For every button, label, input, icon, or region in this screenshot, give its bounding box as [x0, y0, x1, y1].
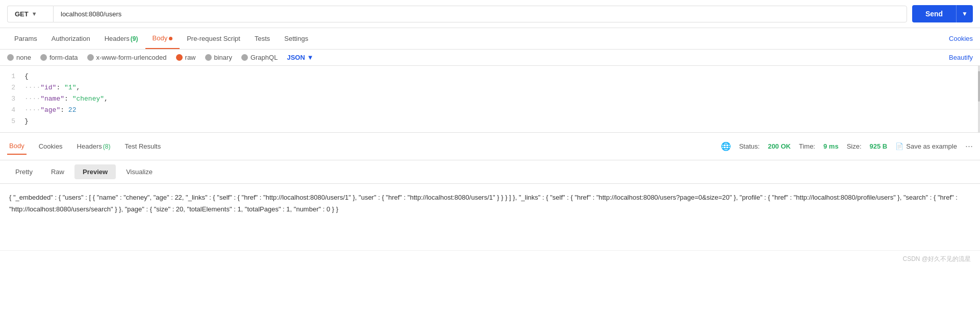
code-content-1: { — [24, 71, 980, 82]
body-type-raw[interactable]: raw — [176, 54, 196, 61]
code-line-3: 3 ····"name": "cheney", — [0, 93, 980, 105]
tab-settings[interactable]: Settings — [277, 29, 315, 49]
headers-badge: (9) — [131, 35, 138, 42]
tab-authorization[interactable]: Authorization — [44, 29, 97, 49]
more-options-button[interactable]: ··· — [965, 141, 973, 152]
view-tab-preview[interactable]: Preview — [74, 164, 116, 179]
footer: CSDN @好久不见的流星 — [0, 250, 980, 268]
method-label: GET — [15, 10, 29, 18]
body-type-none[interactable]: none — [7, 54, 31, 61]
save-icon: 📄 — [895, 142, 903, 150]
code-line-4: 4 ····"age": 22 — [0, 105, 980, 116]
body-type-bar: none form-data x-www-form-urlencoded raw… — [0, 50, 980, 66]
tab-body[interactable]: Body — [145, 28, 180, 49]
response-body: { "_embedded" : { "users" : [ { "name" :… — [0, 184, 980, 250]
body-type-urlencoded[interactable]: x-www-form-urlencoded — [87, 54, 167, 61]
code-line-2: 2 ····"id": "1", — [0, 82, 980, 93]
resp-headers-badge: (8) — [103, 143, 111, 150]
send-dropdown-button[interactable]: ▼ — [956, 5, 973, 22]
tab-headers[interactable]: Headers(9) — [97, 29, 145, 49]
size-label: Size: — [847, 142, 862, 150]
body-dot — [169, 37, 172, 40]
method-selector[interactable]: GET ▼ — [7, 6, 53, 22]
cookies-link[interactable]: Cookies — [949, 35, 973, 42]
tab-pre-request-script[interactable]: Pre-request Script — [180, 29, 247, 49]
body-type-graphql[interactable]: GraphQL — [241, 54, 278, 61]
save-as-example-button[interactable]: 📄 Save as example — [895, 142, 957, 150]
tab-params[interactable]: Params — [7, 29, 44, 49]
size-value: 925 B — [870, 142, 888, 150]
view-tab-pretty[interactable]: Pretty — [7, 164, 41, 179]
body-type-form-data[interactable]: form-data — [40, 54, 78, 61]
status-value: 200 OK — [768, 142, 791, 150]
resp-tab-headers[interactable]: Headers(8) — [75, 138, 113, 154]
code-content-2: ····"id": "1", — [24, 82, 980, 93]
time-label: Time: — [799, 142, 815, 150]
code-line-1: 1 { — [0, 71, 980, 82]
editor-scrollbar-thumb — [978, 71, 980, 102]
radio-urlencoded — [87, 54, 94, 61]
beautify-button[interactable]: Beautify — [949, 54, 973, 61]
radio-raw — [176, 54, 183, 61]
json-selector[interactable]: JSON ▼ — [287, 54, 313, 61]
send-button[interactable]: Send — [912, 5, 956, 22]
response-body-text: { "_embedded" : { "users" : [ { "name" :… — [9, 194, 958, 212]
url-bar: GET ▼ Send ▼ — [0, 0, 980, 28]
response-status-row: 🌐 Status: 200 OK Time: 9 ms Size: 925 B … — [721, 141, 973, 152]
tab-tests[interactable]: Tests — [247, 29, 277, 49]
code-line-5: 5 } — [0, 116, 980, 127]
line-number-3: 3 — [0, 93, 24, 105]
globe-icon: 🌐 — [721, 141, 731, 151]
send-btn-group: Send ▼ — [912, 5, 973, 22]
url-input[interactable] — [53, 6, 907, 22]
status-label: Status: — [739, 142, 760, 150]
body-type-binary[interactable]: binary — [205, 54, 232, 61]
line-number-1: 1 — [0, 71, 24, 82]
response-header: Body Cookies Headers(8) Test Results 🌐 S… — [0, 133, 980, 160]
resp-tab-test-results[interactable]: Test Results — [122, 138, 163, 154]
method-chevron-icon: ▼ — [32, 11, 37, 17]
resp-tab-body[interactable]: Body — [7, 138, 27, 155]
json-chevron-icon: ▼ — [307, 54, 314, 61]
resp-tab-cookies[interactable]: Cookies — [37, 138, 65, 154]
line-number-2: 2 — [0, 82, 24, 93]
radio-graphql — [241, 54, 248, 61]
radio-form-data — [40, 54, 47, 61]
line-number-4: 4 — [0, 105, 24, 116]
code-content-3: ····"name": "cheney", — [24, 93, 980, 105]
view-tab-visualize[interactable]: Visualize — [118, 164, 161, 179]
time-value: 9 ms — [823, 142, 839, 150]
request-tabs: Params Authorization Headers(9) Body Pre… — [0, 28, 980, 50]
response-view-tabs: Pretty Raw Preview Visualize — [0, 160, 980, 184]
line-number-5: 5 — [0, 116, 24, 127]
code-content-4: ····"age": 22 — [24, 105, 980, 116]
watermark: CSDN @好久不见的流星 — [902, 255, 971, 262]
radio-binary — [205, 54, 212, 61]
code-editor[interactable]: 1 { 2 ····"id": "1", 3 ····"name": "chen… — [0, 66, 980, 133]
view-tab-raw[interactable]: Raw — [43, 164, 72, 179]
editor-scrollbar[interactable] — [978, 66, 980, 132]
code-content-5: } — [24, 116, 980, 127]
radio-none — [7, 54, 14, 61]
